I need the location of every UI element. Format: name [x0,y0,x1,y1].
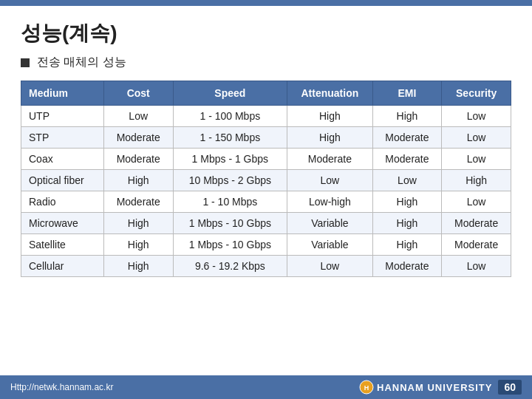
column-header: Cost [103,81,173,106]
subtitle-text: 전송 매체의 성능 [37,55,126,70]
bullet-icon [21,58,30,67]
column-header: Speed [173,81,287,106]
table-row: UTPLow1 - 100 MbpsHighHighLow [21,106,511,127]
column-header: Medium [21,81,104,106]
table-cell: 1 - 100 Mbps [173,106,287,127]
table-cell: High [287,127,372,149]
table-cell: Satellite [21,234,104,256]
performance-table: MediumCostSpeedAttenuationEMISecurity UT… [21,81,511,277]
table-row: CoaxModerate1 Mbps - 1 GbpsModerateModer… [21,149,511,170]
table-cell: High [372,106,442,127]
table-cell: 1 - 10 Mbps [173,191,287,213]
university-logo-icon: H [359,380,374,395]
page-title: 성능(계속) [21,19,511,47]
column-header: Security [442,81,511,106]
table-cell: Microwave [21,213,104,234]
footer-right: H HANNAM UNIVERSITY 60 [359,380,522,395]
table-cell: High [103,170,173,191]
table-cell: Moderate [103,149,173,170]
table-cell: Moderate [372,256,442,277]
table-cell: Moderate [372,127,442,149]
table-cell: Low [442,127,511,149]
table-cell: Variable [287,213,372,234]
table-cell: UTP [21,106,104,127]
table-header: MediumCostSpeedAttenuationEMISecurity [21,81,511,106]
footer-url: Http://netwk.hannam.ac.kr [10,382,113,392]
table-row: CellularHigh9.6 - 19.2 KbpsLowModerateLo… [21,256,511,277]
table-cell: Moderate [103,127,173,149]
table-cell: Low [287,170,372,191]
table-cell: STP [21,127,104,149]
table-row: Optical fiberHigh10 Mbps - 2 GbpsLowLowH… [21,170,511,191]
table-row: RadioModerate1 - 10 MbpsLow-highHighLow [21,191,511,213]
page-number: 60 [498,380,522,395]
table-cell: High [442,170,511,191]
footer-logo: H HANNAM UNIVERSITY [359,380,492,395]
top-bar [0,0,532,6]
table-body: UTPLow1 - 100 MbpsHighHighLowSTPModerate… [21,106,511,277]
table-cell: 1 Mbps - 10 Gbps [173,234,287,256]
table-row: MicrowaveHigh1 Mbps - 10 GbpsVariableHig… [21,213,511,234]
table-cell: Moderate [103,191,173,213]
table-cell: High [103,234,173,256]
table-cell: 1 Mbps - 1 Gbps [173,149,287,170]
column-header: Attenuation [287,81,372,106]
table-cell: Low [442,191,511,213]
table-row: STPModerate1 - 150 MbpsHighModerateLow [21,127,511,149]
table-cell: 9.6 - 19.2 Kbps [173,256,287,277]
subtitle: 전송 매체의 성능 [21,55,511,70]
table-cell: Low [442,106,511,127]
table-cell: High [372,213,442,234]
footer: Http://netwk.hannam.ac.kr H HANNAM UNIVE… [0,375,532,399]
header-row: MediumCostSpeedAttenuationEMISecurity [21,81,511,106]
table-cell: Moderate [372,149,442,170]
table-cell: Low-high [287,191,372,213]
table-cell: 1 - 150 Mbps [173,127,287,149]
table-cell: Low [287,256,372,277]
table-cell: High [287,106,372,127]
table-cell: High [103,213,173,234]
table-cell: Radio [21,191,104,213]
university-name: HANNAM UNIVERSITY [377,382,492,393]
table-cell: High [103,256,173,277]
table-cell: 1 Mbps - 10 Gbps [173,213,287,234]
svg-text:H: H [364,384,369,392]
main-content: 성능(계속) 전송 매체의 성능 MediumCostSpeedAttenuat… [0,6,532,284]
table-cell: Coax [21,149,104,170]
table-cell: Low [442,256,511,277]
table-cell: Low [372,170,442,191]
table-cell: Moderate [442,234,511,256]
table-cell: Cellular [21,256,104,277]
table-cell: High [372,234,442,256]
table-cell: Moderate [442,213,511,234]
table-cell: Variable [287,234,372,256]
table-cell: Low [442,149,511,170]
column-header: EMI [372,81,442,106]
table-cell: Moderate [287,149,372,170]
table-cell: 10 Mbps - 2 Gbps [173,170,287,191]
table-cell: Optical fiber [21,170,104,191]
table-cell: Low [103,106,173,127]
table-cell: High [372,191,442,213]
table-row: SatelliteHigh1 Mbps - 10 GbpsVariableHig… [21,234,511,256]
